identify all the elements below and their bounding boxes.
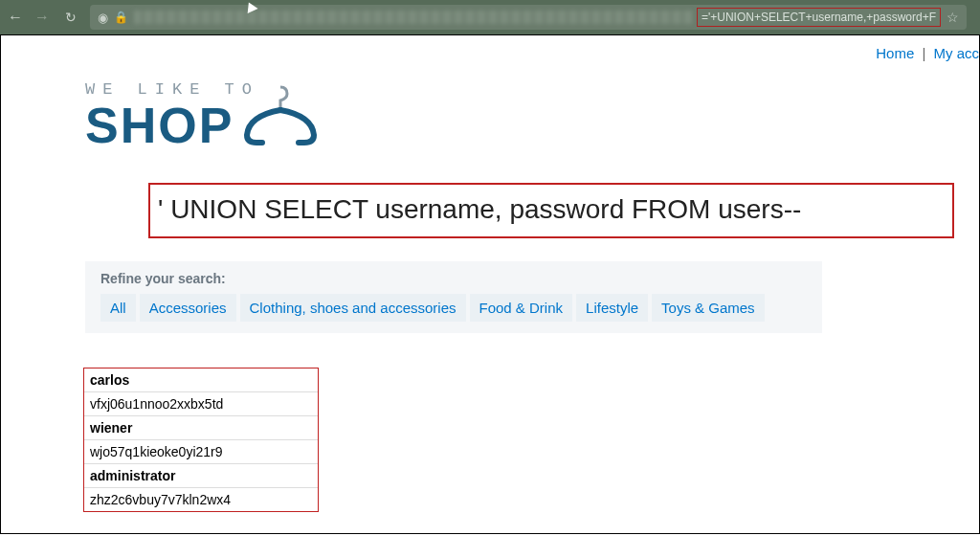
leaked-credentials-table: carlos vfxj06u1nnoo2xxbx5td wiener wjo57… — [83, 368, 319, 512]
page-viewport: Home | My acc WE LIKE TO SHOP ' UNION SE… — [0, 34, 980, 534]
table-row: wiener — [84, 416, 318, 440]
url-visible-text: ='+UNION+SELECT+username,+password+F — [697, 8, 941, 27]
back-button[interactable]: ← — [8, 9, 23, 26]
table-row: vfxj06u1nnoo2xxbx5td — [84, 392, 318, 416]
filter-clothing[interactable]: Clothing, shoes and accessories — [240, 294, 466, 322]
refresh-button[interactable]: ↻ — [65, 10, 77, 25]
sql-injection-banner: ' UNION SELECT username, password FROM u… — [148, 183, 954, 238]
shield-icon: ◉ — [98, 11, 108, 25]
url-bar[interactable]: ◉ 🔒 ='+UNION+SELECT+username,+password+F… — [90, 5, 967, 30]
filter-accessories[interactable]: Accessories — [140, 294, 236, 322]
filter-all[interactable]: All — [100, 294, 136, 322]
bookmark-star-icon[interactable]: ☆ — [947, 10, 959, 25]
filter-toys-games[interactable]: Toys & Games — [652, 294, 765, 322]
url-blurred-portion — [134, 11, 693, 24]
table-row: administrator — [84, 464, 318, 488]
filter-list: All Accessories Clothing, shoes and acce… — [100, 294, 807, 322]
my-account-link[interactable]: My acc — [933, 45, 979, 61]
lock-icon: 🔒 — [114, 11, 128, 24]
logo-main-text: SHOP — [85, 97, 234, 154]
refine-search-box: Refine your search: All Accessories Clot… — [85, 261, 822, 333]
table-row: wjo57q1kieoke0yi21r9 — [84, 440, 318, 464]
browser-toolbar: ← → ↻ ◉ 🔒 ='+UNION+SELECT+username,+pass… — [0, 0, 980, 34]
nav-separator: | — [922, 45, 925, 61]
nav-buttons: ← → ↻ — [8, 9, 77, 26]
top-nav: Home | My acc — [1, 35, 979, 61]
hanger-icon — [237, 79, 323, 148]
home-link[interactable]: Home — [876, 45, 914, 61]
table-row: zhz2c6vbuy7v7kln2wx4 — [84, 488, 318, 511]
site-logo: WE LIKE TO SHOP — [85, 80, 979, 154]
table-row: carlos — [84, 368, 318, 392]
filter-food-drink[interactable]: Food & Drink — [470, 294, 573, 322]
filter-lifestyle[interactable]: Lifestyle — [576, 294, 648, 322]
forward-button[interactable]: → — [34, 9, 50, 26]
refine-label: Refine your search: — [100, 271, 807, 286]
